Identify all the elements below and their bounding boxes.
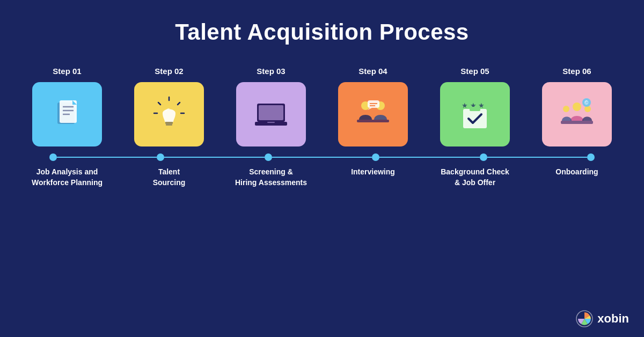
step-03-icon-box xyxy=(236,82,306,146)
step-04: Step 04 xyxy=(322,67,424,146)
svg-rect-13 xyxy=(259,105,283,120)
svg-line-8 xyxy=(158,102,160,105)
timeline-row xyxy=(0,152,644,163)
step-06-label: Step 06 xyxy=(562,67,591,76)
svg-rect-11 xyxy=(166,124,172,126)
timeline-segment-3 xyxy=(272,157,372,158)
step-04-icon-box xyxy=(338,82,408,146)
step-06-icon-box: © xyxy=(542,82,612,146)
interview-icon xyxy=(352,93,394,136)
xobin-logo: xobin xyxy=(576,310,629,327)
step-02: Step 02 xyxy=(118,67,220,146)
timeline-dot-2 xyxy=(157,153,164,161)
step-02-label: Step 02 xyxy=(155,67,183,76)
step-04-text: Interviewing xyxy=(322,167,424,188)
step-05-text: Background Check & Job Offer xyxy=(424,167,526,188)
timeline-segment-5 xyxy=(487,157,587,158)
step-05-label: Step 05 xyxy=(460,67,489,76)
step-06: Step 06 © xyxy=(526,67,628,146)
svg-line-6 xyxy=(178,102,180,105)
step-01: Step 01 xyxy=(16,67,118,146)
svg-rect-10 xyxy=(165,122,173,124)
lightbulb-icon xyxy=(148,93,191,136)
steps-container: Step 01 Step 02 xyxy=(0,67,644,146)
step-text-row: Job Analysis and Workforce Planning Tale… xyxy=(0,167,644,188)
timeline-segment-2 xyxy=(164,157,264,158)
timeline-dot-6 xyxy=(587,153,595,161)
step-05: Step 05 ★ ★ ★ xyxy=(424,67,526,146)
timeline-dot-1 xyxy=(49,153,57,161)
timeline-dot-3 xyxy=(265,153,272,161)
step-03: Step 03 xyxy=(220,67,322,146)
svg-rect-26 xyxy=(561,121,593,124)
timeline-segment-4 xyxy=(379,157,479,158)
step-06-text: Onboarding xyxy=(526,167,628,188)
step-01-text: Job Analysis and Workforce Planning xyxy=(16,167,118,188)
svg-rect-15 xyxy=(267,122,275,123)
svg-point-28 xyxy=(563,106,569,112)
step-05-icon-box: ★ ★ ★ xyxy=(440,82,510,146)
step-01-icon-box xyxy=(32,82,102,146)
svg-rect-25 xyxy=(470,107,480,111)
step-01-label: Step 01 xyxy=(53,67,81,76)
laptop-icon xyxy=(250,93,292,136)
timeline-dot-4 xyxy=(372,153,379,161)
svg-point-29 xyxy=(584,106,591,112)
step-02-icon-box xyxy=(134,82,204,146)
step-02-text: Talent Sourcing xyxy=(118,167,220,188)
svg-rect-16 xyxy=(357,120,389,122)
checklist-icon: ★ ★ ★ xyxy=(453,93,496,136)
onboarding-icon: © xyxy=(555,93,598,136)
svg-point-27 xyxy=(573,102,581,111)
step-03-label: Step 03 xyxy=(257,67,285,76)
step-03-text: Screening & Hiring Assessments xyxy=(220,167,322,188)
timeline-line xyxy=(49,152,595,163)
svg-text:©: © xyxy=(584,100,589,106)
svg-rect-24 xyxy=(463,109,487,128)
page-title: Talent Acquisition Process xyxy=(0,0,644,50)
timeline-segment-1 xyxy=(57,157,157,158)
xobin-logo-icon xyxy=(576,310,593,327)
document-icon xyxy=(46,93,89,136)
step-04-label: Step 04 xyxy=(358,67,387,76)
xobin-logo-text: xobin xyxy=(597,312,629,326)
timeline-dot-5 xyxy=(480,153,487,161)
